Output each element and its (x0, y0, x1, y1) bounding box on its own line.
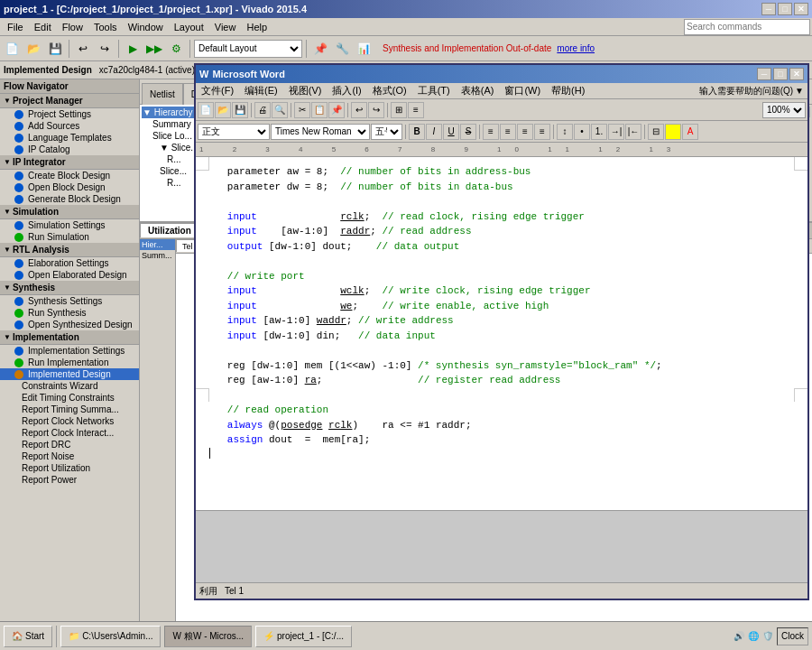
util-tab-utilization[interactable]: Utilization (140, 223, 199, 237)
word-outdent-btn[interactable]: |← (625, 124, 641, 140)
word-justify-btn[interactable]: ≡ (534, 124, 550, 140)
word-font-color-btn[interactable]: A (682, 124, 698, 140)
word-cut-btn[interactable]: ✂ (294, 102, 310, 118)
menu-view[interactable]: View (209, 20, 242, 34)
word-border-btn[interactable]: ⊟ (648, 124, 664, 140)
word-size-select[interactable]: 五号 (371, 124, 402, 140)
ip-integrator-header[interactable]: ▼ IP Integrator (0, 155, 139, 170)
word-close-button[interactable]: ✕ (789, 68, 804, 80)
nav-create-block-design[interactable]: Create Block Design (0, 170, 139, 181)
nav-report-power[interactable]: Report Power (0, 474, 139, 486)
more-info-link[interactable]: more info (557, 43, 595, 53)
word-table-btn[interactable]: ⊞ (391, 102, 407, 118)
word-align-center-btn[interactable]: ≡ (500, 124, 516, 140)
close-button[interactable]: ✕ (794, 3, 808, 15)
word-align-left-btn[interactable]: ≡ (483, 124, 499, 140)
word-save-btn[interactable]: 💾 (232, 102, 248, 118)
tool-extra-1[interactable]: 📌 (310, 39, 330, 59)
nav-report-clock-networks[interactable]: Report Clock Networks (0, 415, 139, 427)
menu-tools[interactable]: Tools (88, 20, 123, 34)
word-menu-help[interactable]: 帮助(H) (546, 83, 590, 98)
word-menu-view[interactable]: 视图(V) (283, 83, 328, 98)
menu-window[interactable]: Window (123, 20, 169, 34)
word-style-select[interactable]: 正文 (198, 124, 270, 140)
word-underline-btn[interactable]: U (443, 124, 459, 140)
nav-edit-timing[interactable]: Edit Timing Constraints (0, 392, 139, 404)
simulation-header[interactable]: ▼ Simulation (0, 205, 139, 219)
taskbar-vivado[interactable]: ⚡ project_1 - [C:/... (255, 626, 352, 647)
nav-project-settings[interactable]: Project Settings (0, 108, 139, 120)
project-manager-header[interactable]: ▼ Project Manager (0, 94, 139, 108)
word-help-dropdown[interactable]: ▼ (795, 86, 804, 96)
nav-open-block-design[interactable]: Open Block Design (0, 181, 139, 193)
word-strikethrough-btn[interactable]: S (460, 124, 476, 140)
tool-extra-2[interactable]: 🔧 (332, 39, 352, 59)
sys-icon-3[interactable]: 🛡️ (762, 631, 773, 641)
save-btn[interactable]: 💾 (45, 39, 65, 59)
nav-simulation-settings[interactable]: Simulation Settings (0, 219, 139, 231)
word-max-button[interactable]: □ (773, 68, 788, 80)
menu-help[interactable]: Help (241, 20, 272, 34)
word-numbering-btn[interactable]: 1. (591, 124, 607, 140)
word-open-btn[interactable]: 📂 (215, 102, 231, 118)
word-columns-btn[interactable]: ≡ (408, 102, 424, 118)
start-button[interactable]: 🏠 Start (4, 626, 52, 647)
word-bullet-btn[interactable]: • (574, 124, 590, 140)
word-menu-file[interactable]: 文件(F) (196, 83, 239, 98)
nav-synthesis-settings[interactable]: Synthesis Settings (0, 295, 139, 307)
nav-report-timing-summary[interactable]: Report Timing Summa... (0, 404, 139, 415)
undo-btn[interactable]: ↩ (73, 39, 93, 59)
minimize-button[interactable]: ─ (761, 3, 776, 15)
nav-open-elaborated-design[interactable]: Open Elaborated Design (0, 269, 139, 281)
nav-elaboration-settings[interactable]: Elaboration Settings (0, 257, 139, 269)
menu-file[interactable]: File (2, 20, 29, 34)
word-menu-format[interactable]: 格式(O) (367, 83, 412, 98)
tab-netlist[interactable]: Netlist (142, 83, 183, 105)
rtl-analysis-header[interactable]: ▼ RTL Analysis (0, 243, 139, 257)
word-paste-btn[interactable]: 📌 (328, 102, 345, 118)
nav-run-simulation[interactable]: Run Simulation (0, 231, 139, 243)
word-min-button[interactable]: ─ (757, 68, 771, 80)
word-copy-btn[interactable]: 📋 (311, 102, 328, 118)
word-print-btn[interactable]: 🖨 (254, 102, 271, 118)
nav-run-synthesis[interactable]: Run Synthesis (0, 307, 139, 319)
layout-dropdown[interactable]: Default Layout (194, 40, 302, 58)
run-synthesis-btn[interactable]: ▶ (123, 39, 143, 59)
word-bold-btn[interactable]: B (409, 124, 425, 140)
synthesis-header[interactable]: ▼ Synthesis (0, 281, 139, 295)
nav-language-templates[interactable]: Language Templates (0, 132, 139, 144)
nav-ip-catalog[interactable]: IP Catalog (0, 144, 139, 155)
nav-report-noise[interactable]: Report Noise (0, 450, 139, 462)
maximize-button[interactable]: □ (778, 3, 792, 15)
word-menu-window[interactable]: 窗口(W) (499, 83, 546, 98)
nav-report-utilization[interactable]: Report Utilization (0, 462, 139, 474)
word-line-spacing-btn[interactable]: ↕ (557, 124, 573, 140)
open-project-btn[interactable]: 📂 (23, 39, 43, 59)
menu-edit[interactable]: Edit (29, 20, 57, 34)
word-align-right-btn[interactable]: ≡ (517, 124, 533, 140)
search-input[interactable] (684, 19, 810, 35)
word-menu-edit[interactable]: 编辑(E) (239, 83, 283, 98)
word-menu-insert[interactable]: 插入(I) (327, 83, 366, 98)
word-font-select[interactable]: Times New Roman (271, 124, 370, 140)
run-impl-btn[interactable]: ▶▶ (144, 39, 164, 59)
nav-open-synthesized-design[interactable]: Open Synthesized Design (0, 319, 139, 330)
nav-report-drc[interactable]: Report DRC (0, 439, 139, 450)
word-italic-btn[interactable]: I (426, 124, 442, 140)
word-undo-btn[interactable]: ↩ (351, 102, 367, 118)
word-menu-tools[interactable]: 工具(T) (412, 83, 456, 98)
sys-icon-2[interactable]: 🌐 (748, 631, 759, 641)
word-menu-table[interactable]: 表格(A) (456, 83, 500, 98)
nav-add-sources[interactable]: Add Sources (0, 120, 139, 132)
nav-impl-settings[interactable]: Implementation Settings (0, 345, 139, 357)
sys-icon-1[interactable]: 🔊 (734, 631, 744, 641)
nav-constraints-wizard[interactable]: Constraints Wizard (0, 380, 139, 392)
redo-btn[interactable]: ↪ (95, 39, 115, 59)
nav-report-clock-interaction[interactable]: Report Clock Interact... (0, 427, 139, 439)
new-project-btn[interactable]: 📄 (2, 39, 22, 59)
generate-bitstream-btn[interactable]: ⚙ (166, 39, 186, 59)
word-indent-btn[interactable]: →| (608, 124, 624, 140)
word-preview-btn[interactable]: 🔍 (272, 102, 288, 118)
taskbar-file-manager[interactable]: 📁 C:\Users\Admin... (60, 626, 161, 647)
nav-implemented-design[interactable]: Implemented Design (0, 368, 139, 380)
